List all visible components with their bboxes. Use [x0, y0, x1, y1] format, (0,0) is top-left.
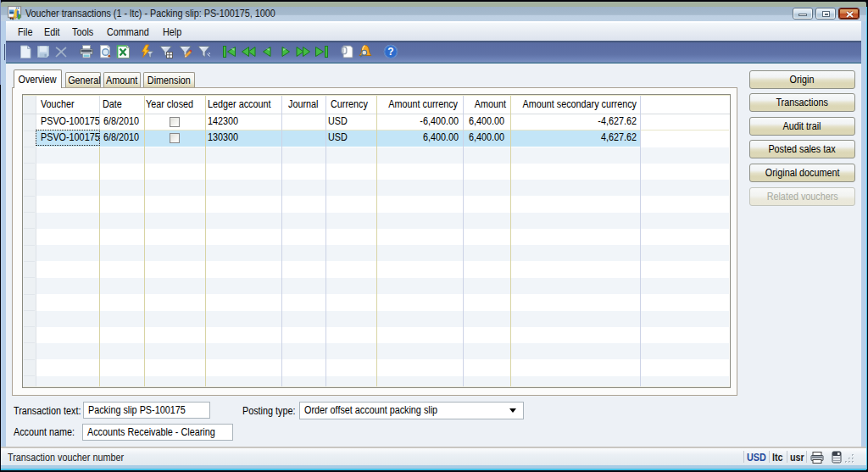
svg-text:?: ? [387, 46, 393, 58]
